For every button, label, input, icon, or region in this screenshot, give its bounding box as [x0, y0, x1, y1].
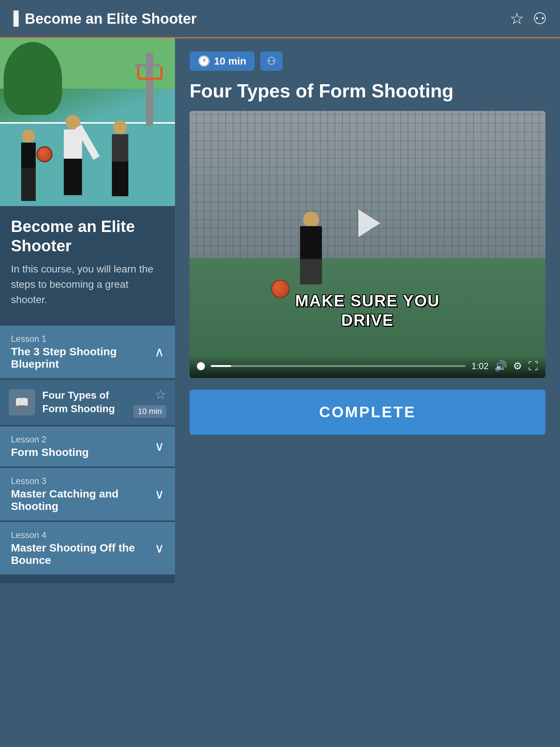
lesson-item-details: Four Types of Form Shooting: [42, 389, 126, 415]
duration-badge: 🕐 10 min: [190, 51, 254, 71]
fullscreen-icon[interactable]: ⛶: [528, 360, 538, 372]
favorite-button[interactable]: ☆: [510, 11, 524, 27]
course-info: Become an Elite Shooter In this course, …: [0, 206, 175, 326]
share-button[interactable]: ⚇: [533, 11, 547, 27]
complete-button[interactable]: COMPLETE: [190, 390, 545, 435]
time-display: 1:02: [471, 361, 489, 371]
lesson-2-num: Lesson 2: [11, 434, 89, 445]
lesson-4-num: Lesson 4: [11, 530, 155, 540]
lesson-item-form-shooting[interactable]: 📖 Four Types of Form Shooting ☆ 10 min: [0, 380, 175, 425]
lesson-3-header[interactable]: Lesson 3 Master Catching and Shooting ∨: [0, 468, 175, 520]
lesson-2-chevron: ∨: [155, 439, 164, 454]
lesson-2-header[interactable]: Lesson 2 Form Shooting ∨: [0, 426, 175, 467]
clock-icon: 🕐: [198, 55, 210, 67]
progress-handle[interactable]: [197, 362, 205, 370]
video-title: Four Types of Form Shooting: [190, 80, 545, 102]
volume-icon[interactable]: 🔊: [494, 360, 507, 372]
lesson-3-chevron: ∨: [155, 487, 164, 502]
lesson-2-name: Form Shooting: [11, 446, 89, 458]
video-meta: 🕐 10 min ⚇: [190, 51, 545, 71]
video-controls: 1:02 🔊 ⚙ ⛶: [190, 356, 545, 378]
video-overlay-text: MAKE SURE YOU DRIVE: [295, 291, 440, 330]
course-title: Become an Elite Shooter: [11, 217, 164, 256]
lesson-1-chevron: ∧: [155, 344, 164, 360]
lesson-item-icon: 📖: [9, 389, 35, 415]
video-background: MAKE SURE YOU DRIVE: [190, 111, 545, 378]
player-legs: [300, 259, 322, 285]
back-button[interactable]: ‹: [13, 10, 19, 27]
lesson-1-text: Lesson 1 The 3 Step Shooting Blueprint: [11, 334, 155, 370]
player-body: [300, 226, 322, 259]
right-column: 🕐 10 min ⚇ Four Types of Form Shooting: [175, 38, 560, 583]
course-hero-image: [0, 38, 175, 206]
lesson-item-duration: 10 min: [133, 405, 166, 418]
lesson-2-text: Lesson 2 Form Shooting: [11, 434, 89, 458]
course-description: In this course, you will learn the steps…: [11, 262, 164, 307]
basketball: [271, 280, 289, 298]
main-layout: Become an Elite Shooter In this course, …: [0, 38, 560, 583]
left-column: Become an Elite Shooter In this course, …: [0, 38, 175, 583]
overlay-line2: DRIVE: [295, 311, 440, 330]
app-header: ‹ Become an Elite Shooter ☆ ⚇: [0, 0, 560, 38]
lesson-item-star[interactable]: ☆: [155, 387, 166, 402]
hero-basketball: [36, 146, 52, 162]
lesson-3-name: Master Catching and Shooting: [11, 488, 155, 512]
duration-text: 10 min: [214, 55, 246, 67]
lesson-3-num: Lesson 3: [11, 476, 155, 486]
hero-hoop: [146, 53, 153, 126]
play-triangle-icon: [358, 209, 380, 237]
play-button[interactable]: [353, 209, 382, 238]
lesson-4-chevron: ∨: [155, 541, 164, 556]
lesson-4-text: Lesson 4 Master Shooting Off the Bounce: [11, 530, 155, 566]
header-title: Become an Elite Shooter: [25, 11, 197, 27]
lesson-1-header[interactable]: Lesson 1 The 3 Step Shooting Blueprint ∧: [0, 326, 175, 378]
header-left: ‹ Become an Elite Shooter: [13, 10, 197, 27]
player-figure: [289, 212, 333, 285]
lesson-list: Lesson 1 The 3 Step Shooting Blueprint ∧…: [0, 326, 175, 583]
hero-tree: [4, 42, 62, 115]
player-head: [303, 212, 319, 228]
lesson-1-num: Lesson 1: [11, 334, 155, 344]
settings-icon[interactable]: ⚙: [513, 360, 522, 372]
progress-fill: [211, 365, 231, 367]
lesson-item-title: Four Types of Form Shooting: [42, 389, 126, 415]
lesson-1-name: The 3 Step Shooting Blueprint: [11, 345, 155, 370]
progress-bar[interactable]: [211, 365, 466, 367]
lesson-3-text: Lesson 3 Master Catching and Shooting: [11, 476, 155, 512]
overlay-line1: MAKE SURE YOU: [295, 291, 440, 311]
lesson-4-header[interactable]: Lesson 4 Master Shooting Off the Bounce …: [0, 522, 175, 574]
video-player[interactable]: MAKE SURE YOU DRIVE 1:02 🔊 ⚙ ⛶: [190, 111, 545, 378]
header-actions: ☆ ⚇: [510, 11, 547, 27]
lesson-4-name: Master Shooting Off the Bounce: [11, 542, 155, 566]
link-badge[interactable]: ⚇: [260, 51, 283, 71]
